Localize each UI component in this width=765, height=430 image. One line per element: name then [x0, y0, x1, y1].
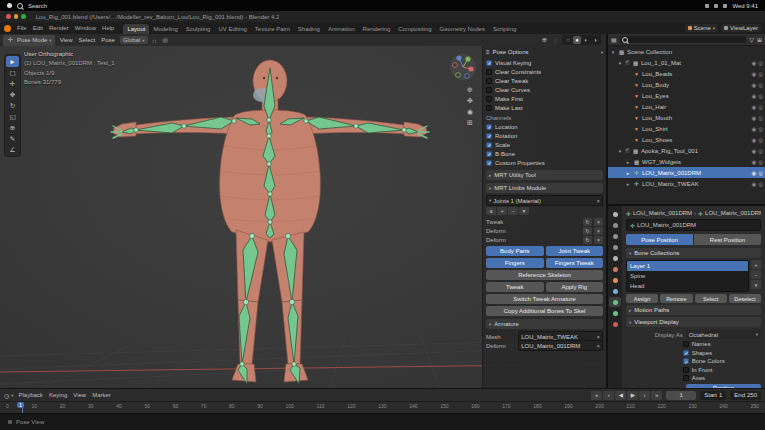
- disable-in-render-icon[interactable]: [758, 115, 763, 121]
- collapse-icon[interactable]: ▾: [601, 50, 603, 55]
- outliner-row[interactable]: ▸ LOU_Matrix_TWEAK: [608, 178, 765, 189]
- disable-in-render-icon[interactable]: [758, 170, 763, 176]
- close-window-button[interactable]: [6, 14, 11, 19]
- hide-in-viewport-icon[interactable]: [751, 104, 756, 110]
- joint-tweak-button[interactable]: Joint Tweak: [546, 246, 604, 256]
- clear-icon[interactable]: ×: [596, 334, 600, 340]
- workspace-tab[interactable]: Geometry Nodes: [436, 24, 489, 34]
- timeline-menu-item[interactable]: Marker: [89, 392, 114, 398]
- show-overlays-icon[interactable]: [551, 36, 560, 45]
- expand-arrow-icon[interactable]: ▾: [610, 49, 616, 55]
- transform-orientation[interactable]: Global ▾: [120, 36, 148, 44]
- hide-in-viewport-icon[interactable]: [751, 181, 756, 187]
- playback-control[interactable]: »: [651, 391, 662, 400]
- menu-item[interactable]: Help: [99, 24, 117, 32]
- timeline-menu-item[interactable]: Playback: [16, 392, 46, 398]
- properties-tab[interactable]: [609, 220, 621, 230]
- clear-icon[interactable]: ×: [596, 343, 600, 349]
- outliner-row[interactable]: Lou_Hair: [608, 101, 765, 112]
- tweak-button[interactable]: Tweak: [486, 282, 544, 292]
- expand-arrow-icon[interactable]: ▸: [625, 159, 631, 165]
- bone-collection-action-button[interactable]: Remove: [660, 294, 692, 303]
- body-parts-button[interactable]: Body Parts: [486, 246, 544, 256]
- outliner-item-label[interactable]: Lou_1_01_Mat: [641, 60, 749, 66]
- checkbox[interactable]: [683, 350, 689, 356]
- hide-in-viewport-icon[interactable]: [751, 148, 756, 154]
- outliner-item-label[interactable]: Lou_Eyes: [642, 93, 749, 99]
- navigation-gizmo[interactable]: [450, 54, 476, 80]
- disable-in-render-icon[interactable]: [758, 126, 763, 132]
- checkbox[interactable]: [486, 124, 492, 130]
- tool-button[interactable]: ►: [6, 56, 19, 67]
- mode-selector[interactable]: ✛ Pose Mode ▾: [3, 35, 55, 46]
- tool-button[interactable]: ↻: [6, 100, 19, 111]
- checkbox[interactable]: [486, 78, 492, 84]
- reference-skeleton-button[interactable]: Reference Skeleton: [486, 270, 603, 280]
- section-utility[interactable]: ▸ MRT Utility Tool: [486, 170, 603, 180]
- outliner-item-label[interactable]: Apoka_Rig_Tool_001: [641, 148, 749, 154]
- snap-magnet-icon[interactable]: [150, 36, 159, 45]
- apply-rig-button[interactable]: Apply Rig: [546, 282, 604, 292]
- expand-arrow-icon[interactable]: ▸: [625, 181, 631, 187]
- apple-menu-icon[interactable]: [7, 3, 12, 8]
- proportional-editing-icon[interactable]: [161, 36, 170, 45]
- tool-button[interactable]: ▢: [6, 67, 19, 78]
- expand-arrow-icon[interactable]: ▾: [617, 60, 623, 66]
- outliner-item-label[interactable]: Lou_Body: [642, 82, 749, 88]
- viewport-canvas[interactable]: User Orthographic (1) LOU_Matrix_001DRM …: [0, 46, 606, 388]
- disable-in-render-icon[interactable]: [758, 60, 763, 66]
- specials-menu-icon[interactable]: ▾: [751, 280, 761, 289]
- switch-tweak-armature-button[interactable]: Switch Tweak Armature: [486, 294, 603, 304]
- disable-in-render-icon[interactable]: [758, 93, 763, 99]
- checkbox[interactable]: [486, 151, 492, 157]
- remove-icon[interactable]: −: [751, 270, 761, 279]
- wifi-icon[interactable]: [714, 4, 718, 8]
- zoom-window-button[interactable]: [21, 14, 26, 19]
- disable-in-render-icon[interactable]: [758, 82, 763, 88]
- menu-item[interactable]: Render: [46, 24, 72, 32]
- menu-item[interactable]: File: [14, 24, 30, 32]
- show-gizmo-icon[interactable]: [540, 36, 549, 45]
- timeline-menu-item[interactable]: View: [70, 392, 89, 398]
- editor-type-icon[interactable]: ▤: [611, 36, 617, 43]
- workspace-tab[interactable]: Rendering: [359, 24, 395, 34]
- playback-control[interactable]: «: [591, 391, 602, 400]
- outliner-row[interactable]: Lou_Shoes: [608, 134, 765, 145]
- playback-control[interactable]: ›: [639, 391, 650, 400]
- fingers-tweak-button[interactable]: Fingers Tweak: [546, 258, 604, 268]
- add-icon[interactable]: +: [751, 260, 761, 269]
- wireframe-shading-icon[interactable]: [564, 36, 572, 44]
- bone-collection-action-button[interactable]: Deselect: [729, 294, 761, 303]
- outliner-item-label[interactable]: Lou_Hair: [642, 104, 749, 110]
- refresh-icon[interactable]: ↻: [583, 218, 592, 226]
- section-limbs[interactable]: ▾ MRT Limbs Module: [486, 183, 603, 193]
- viewport-nav-icon[interactable]: ⊞: [467, 119, 473, 127]
- clear-icon[interactable]: ×: [594, 236, 603, 244]
- checkbox[interactable]: [486, 60, 492, 66]
- outliner-row[interactable]: Lou_Beads: [608, 68, 765, 79]
- bone-collection-action-button[interactable]: Select: [695, 294, 727, 303]
- new-collection-icon[interactable]: ⊞: [757, 36, 762, 43]
- disable-in-render-icon[interactable]: [758, 148, 763, 154]
- clock-icon[interactable]: ◷: [4, 392, 9, 399]
- scene-selector[interactable]: Scene ▾: [685, 24, 718, 32]
- workspace-tab[interactable]: Shading: [294, 24, 324, 34]
- frame-end-field[interactable]: End 250: [730, 391, 761, 400]
- material-preview-icon[interactable]: [582, 36, 590, 44]
- spotlight-search[interactable]: Search: [28, 3, 47, 9]
- expand-arrow-icon[interactable]: ▾: [617, 148, 623, 154]
- hide-in-viewport-icon[interactable]: [751, 71, 756, 77]
- outliner-item-label[interactable]: LOU_Matrix_TWEAK: [642, 181, 749, 187]
- battery-icon[interactable]: [723, 4, 727, 8]
- hide-in-viewport-icon[interactable]: [751, 126, 756, 132]
- tool-button[interactable]: ✛: [6, 78, 19, 89]
- workspace-tab[interactable]: Scripting: [489, 24, 520, 34]
- workspace-tab[interactable]: Compositing: [394, 24, 435, 34]
- bone-collection-row[interactable]: Layer 1: [627, 261, 748, 271]
- clear-icon[interactable]: ×: [594, 227, 603, 235]
- menu-item[interactable]: Edit: [30, 24, 46, 32]
- workspace-tab[interactable]: Layout: [123, 24, 149, 34]
- properties-tab[interactable]: [609, 286, 621, 296]
- outliner-row[interactable]: ▾ Apoka_Rig_Tool_001: [608, 145, 765, 156]
- outliner-item-label[interactable]: Lou_Shirt: [642, 126, 749, 132]
